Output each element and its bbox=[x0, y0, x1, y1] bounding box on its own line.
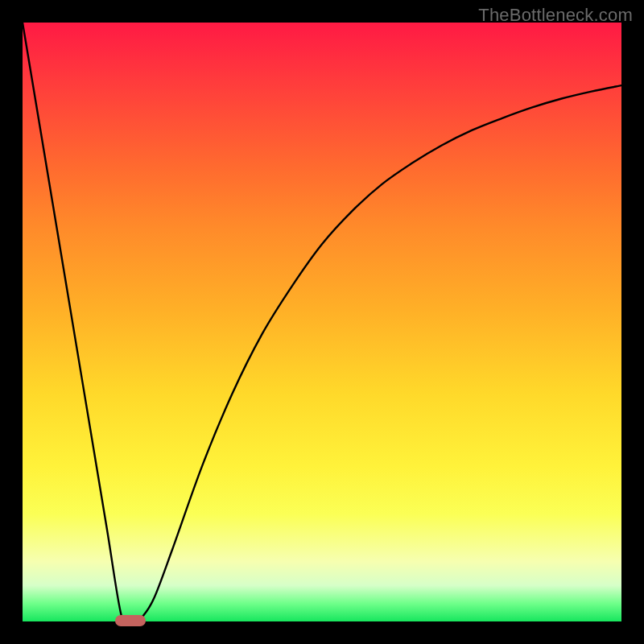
watermark-text: TheBottleneck.com bbox=[478, 5, 633, 26]
chart-frame: TheBottleneck.com bbox=[0, 0, 644, 644]
bottleneck-curve bbox=[23, 23, 621, 621]
optimal-range-marker bbox=[115, 615, 145, 626]
